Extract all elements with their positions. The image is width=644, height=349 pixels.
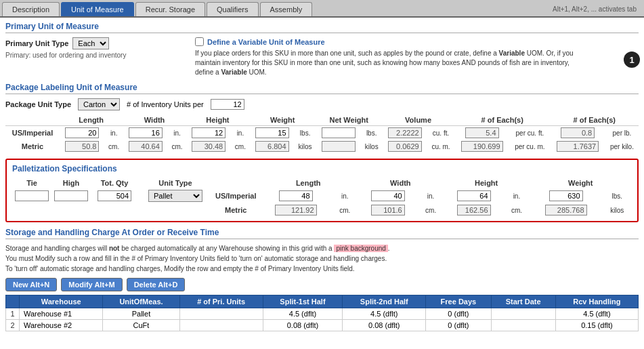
pallet-tie-input[interactable] [15, 190, 49, 201]
pkg-us-each2-unit: per lb. [605, 126, 639, 140]
pkg-us-width-unit: in. [168, 126, 186, 140]
pkg-inventory-units-label: # of Inventory Units per [127, 100, 204, 108]
pkg-us-length-unit: in. [105, 126, 123, 140]
pallet-metric-height [457, 205, 491, 215]
pkg-us-label: US/Imperial [5, 126, 60, 140]
storage-info: Storage and handling charges will not be… [5, 243, 639, 274]
pallet-metric-weight [545, 205, 587, 215]
primary-uom-right: Define a Variable Unit of Measure If you… [195, 37, 574, 77]
pkg-metric-weight [255, 141, 289, 152]
package-uom-title: Package Labeling Unit of Measure [5, 83, 639, 94]
pallet-us-label: US/Imperial [213, 188, 259, 203]
pkg-metric-length [65, 141, 99, 152]
pallet-tot-qty-input[interactable] [98, 190, 131, 201]
col-rcv: Rcv Handling [555, 295, 638, 308]
pkg-us-height-unit: in. [232, 126, 249, 140]
col-unit-of-meas: UnitOfMeas. [103, 295, 179, 308]
rcv-1: 4.5 (dflt) [555, 308, 638, 320]
start-date-1 [491, 308, 555, 320]
pkg-us-width[interactable] [129, 127, 163, 138]
pallet-unit-type-select[interactable]: Pallet [148, 190, 202, 202]
pallet-us-length-unit: in. [332, 188, 358, 203]
start-date-2 [491, 320, 555, 331]
variable-uom-info: If you place orders for this SKU in more… [195, 49, 574, 77]
primary-type-sublabel: Primary: used for ordering and inventory [5, 52, 181, 59]
modify-button[interactable]: Modify Alt+M [61, 278, 122, 291]
pkg-us-each1 [465, 127, 499, 138]
col-high: High [51, 178, 91, 188]
pallet-us-width[interactable] [371, 190, 405, 201]
pallet-us-height[interactable] [457, 190, 491, 201]
pkg-metric-volume [388, 141, 422, 152]
unit-2: CuFt [103, 320, 179, 331]
pkg-us-each2 [561, 127, 595, 138]
tab-qualifiers[interactable]: Qualifiers [207, 2, 258, 16]
tabs-bar: Description Unit of Measure Recur. Stora… [0, 0, 644, 18]
primary-uom-section: Primary Unit of Measure Primary Unit Typ… [5, 22, 639, 77]
pink-bg-label: pink background [334, 245, 387, 252]
variable-uom-label: Define a Variable Unit of Measure [207, 38, 325, 46]
pkg-metric-net-weight-unit: kilos [361, 140, 382, 153]
tab-description[interactable]: Description [2, 2, 60, 16]
primary-type-select[interactable]: Each [72, 37, 109, 49]
pkg-metric-row: Metric cm. cm. cm. kilos kilos cu. m. pe… [5, 140, 639, 153]
pri-units-2 [179, 320, 263, 331]
pkg-us-height[interactable] [192, 127, 226, 138]
tab-assembly[interactable]: Assembly [260, 2, 313, 16]
pkg-metric-each2-unit: per kilo. [605, 140, 639, 153]
pkg-us-length[interactable] [65, 127, 99, 138]
pallet-metric-weight-unit: kilos [603, 203, 632, 217]
unit-1: Pallet [103, 308, 179, 320]
pkg-inventory-units-input[interactable] [211, 99, 244, 110]
pallet-high-input[interactable] [54, 190, 88, 201]
tab-hint: Alt+1, Alt+2, ... activates tab [553, 5, 642, 13]
new-button[interactable]: New Alt+N [5, 278, 57, 291]
primary-uom-left: Primary Unit Type Each Primary: used for… [5, 37, 181, 59]
storage-btn-row: New Alt+N Modify Alt+M Delete Alt+D [5, 278, 639, 291]
pkg-metric-volume-unit: cu. m. [427, 140, 454, 153]
pkg-us-volume [388, 127, 422, 138]
split2-2: 0.08 (dflt) [343, 320, 426, 331]
pallet-us-width-unit: in. [418, 188, 443, 203]
col-tie: Tie [12, 178, 51, 188]
split2-1: 4.5 (dflt) [343, 308, 426, 320]
col-split2: Split-2nd Half [343, 295, 426, 308]
pkg-us-row: US/Imperial in. in. in. lbs. lbs. cu. ft… [5, 126, 639, 140]
row-num-1: 1 [6, 308, 20, 320]
col-width: Width [358, 178, 444, 188]
col-free-days: Free Days [426, 295, 491, 308]
delete-button[interactable]: Delete Alt+D [127, 278, 186, 291]
col-unit-type: Unit Type [138, 178, 213, 188]
pkg-metric-each2 [557, 141, 599, 152]
pallet-us-weight[interactable] [549, 190, 583, 201]
pkg-us-net-weight[interactable] [322, 127, 356, 138]
package-uom-row1: Package Unit Type Carton # of Inventory … [5, 98, 639, 110]
palletization-title: Palletization Specifications [12, 164, 632, 175]
tab-recur-storage[interactable]: Recur. Storage [135, 2, 205, 16]
table-row: 2 Warehouse #2 CuFt 0.08 (dflt) 0.08 (df… [6, 320, 639, 331]
primary-uom-title: Primary Unit of Measure [5, 22, 639, 33]
pkg-metric-weight-unit: kilos [295, 140, 316, 153]
tab-unit-of-measure[interactable]: Unit of Measure [61, 2, 134, 16]
package-uom-table: Length Width Height Weight Net Weight Vo… [5, 115, 639, 153]
pkg-metric-each1-unit: per cu. m. [509, 140, 550, 153]
pkg-us-weight[interactable] [255, 127, 289, 138]
split1-1: 4.5 (dflt) [263, 308, 343, 320]
col-height: Height [444, 178, 530, 188]
variable-uom-checkbox[interactable] [195, 37, 204, 46]
pallet-us-length[interactable] [279, 190, 313, 201]
pallet-metric-height-unit: cm. [504, 203, 529, 217]
warehouse-1: Warehouse #1 [20, 308, 103, 320]
col-length: Length [259, 178, 358, 188]
col-start-date: Start Date [491, 295, 555, 308]
pallet-us-height-unit: in. [504, 188, 529, 203]
pkg-metric-net-weight [322, 141, 356, 152]
col-split1: Split-1st Half [263, 295, 343, 308]
variable-uom-row: Define a Variable Unit of Measure [195, 37, 574, 46]
pkg-unit-type-select[interactable]: Carton [78, 98, 120, 110]
row-num-2: 2 [6, 320, 20, 331]
palletization-table: Tie High Tot. Qty Unit Type Length Width… [12, 178, 632, 217]
storage-grid: Warehouse UnitOfMeas. # of Pri. Units Sp… [5, 295, 639, 331]
rcv-2: 0.15 (dflt) [555, 320, 638, 331]
pallet-us-weight-unit: lbs. [603, 188, 632, 203]
